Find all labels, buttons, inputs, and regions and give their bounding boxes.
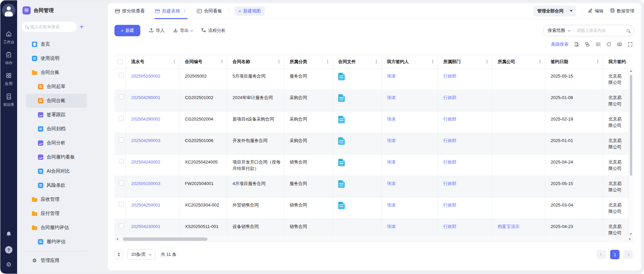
serial-link[interactable]: 202504240002 (131, 159, 160, 165)
contract-file-icon[interactable] (338, 159, 345, 166)
sidebar-add-button[interactable]: + (80, 24, 84, 30)
row-checkbox[interactable] (119, 223, 124, 228)
settings-gear-icon[interactable] (6, 261, 11, 268)
scroll-right-icon[interactable] (629, 238, 631, 240)
row-checkbox[interactable] (119, 137, 124, 142)
fullscreen-icon[interactable] (628, 42, 633, 47)
contract-file-icon[interactable] (338, 94, 345, 102)
column-menu-icon[interactable] (172, 59, 177, 64)
row-checkbox[interactable] (119, 180, 124, 185)
sidebar-item[interactable]: 合同履约看板 (26, 150, 87, 164)
sidebar-item[interactable]: AI合同对比 (26, 164, 87, 178)
rail-item-todo[interactable]: 待办 (5, 51, 12, 65)
signer-link[interactable]: 张涛 (387, 138, 396, 143)
notifications-bell-icon[interactable] (5, 231, 12, 239)
row-checkbox[interactable] (119, 73, 124, 78)
dept-link[interactable]: 行政部 (443, 117, 456, 122)
flow-analysis-button[interactable]: 流程分析 (201, 28, 226, 34)
contract-file-icon[interactable] (338, 180, 345, 188)
signer-link[interactable]: 张涛 (387, 181, 396, 186)
new-view-button[interactable]: + 新建视图 (235, 6, 265, 16)
sidebar-item[interactable]: 首页 (26, 37, 87, 51)
column-menu-icon[interactable] (326, 59, 330, 64)
merge-rows-icon[interactable] (585, 42, 590, 47)
row-checkbox[interactable] (119, 94, 124, 99)
current-page-button[interactable]: 1 (610, 250, 620, 259)
vertical-scrollbar[interactable] (629, 69, 633, 236)
rail-item-apps[interactable]: 应用 (5, 72, 12, 86)
tab-new-table[interactable]: 新建表格 (154, 3, 188, 19)
column-menu-icon[interactable] (277, 59, 281, 64)
search-input[interactable] (577, 28, 624, 33)
sidebar-search-input[interactable] (30, 25, 73, 29)
rail-item-knowledge[interactable]: AI 知识库 (3, 93, 14, 107)
contract-file-icon[interactable] (338, 116, 345, 123)
row-density-button[interactable] (114, 250, 123, 259)
sidebar-item[interactable]: 管理应用 (26, 254, 87, 268)
sidebar-item[interactable]: 使用说明 (26, 51, 87, 65)
page-size-select[interactable]: 20条/页 (127, 249, 155, 260)
serial-link[interactable]: 202504250001 (131, 202, 160, 208)
serial-link[interactable]: 202504230001 (131, 224, 160, 229)
sidebar-item[interactable]: 合同台账 (26, 94, 87, 108)
row-checkbox[interactable] (119, 159, 124, 164)
sidebar-item[interactable]: 合同台账 (26, 65, 87, 80)
manage-scope-button[interactable]: 管理全部合同 (534, 6, 576, 16)
import-button[interactable]: 导入 (149, 28, 164, 34)
sidebar-item[interactable]: 履约评估 (26, 235, 87, 249)
export-file-icon[interactable] (574, 42, 579, 47)
vertical-scroll-thumb[interactable] (630, 75, 632, 176)
sidebar-item[interactable]: 合同履约评估 (26, 221, 87, 235)
serial-link[interactable]: 202504290002 (131, 117, 160, 122)
serial-link[interactable]: 202504290001 (131, 95, 160, 100)
column-menu-icon[interactable] (538, 59, 542, 64)
row-checkbox[interactable] (119, 116, 124, 121)
contract-file-icon[interactable] (338, 73, 345, 80)
tab-contract-board[interactable]: 合同看板 (196, 3, 223, 19)
scroll-down-icon[interactable] (630, 233, 632, 235)
sidebar-item[interactable]: 应付管理 (26, 207, 87, 221)
horizontal-scroll-thumb[interactable] (123, 237, 207, 241)
column-menu-icon[interactable] (485, 59, 489, 64)
search-scope-dropdown[interactable]: 搜索范围 (548, 28, 565, 34)
column-menu-icon[interactable] (220, 59, 224, 64)
serial-link[interactable]: 202504290003 (131, 138, 160, 143)
edit-button[interactable]: 编辑 (588, 8, 603, 14)
sidebar-item[interactable]: 合同起草 (26, 80, 87, 94)
refresh-icon[interactable] (606, 42, 611, 47)
create-button[interactable]: + 新建 (114, 25, 140, 36)
signer-link[interactable]: 张涛 (387, 202, 396, 208)
keyboard-icon[interactable] (617, 42, 622, 47)
signer-link[interactable]: 张涛 (387, 74, 396, 79)
sidebar-item[interactable]: 合同归档 (26, 122, 87, 136)
export-button[interactable]: 导出 (173, 28, 193, 34)
sidebar-item[interactable]: 合同分析 (26, 136, 87, 150)
help-icon[interactable] (5, 246, 12, 254)
tab-group-view[interactable]: 按分组查看 (114, 3, 146, 19)
contract-file-icon[interactable] (338, 137, 345, 145)
scroll-left-icon[interactable] (116, 238, 118, 240)
row-checkbox[interactable] (119, 202, 124, 207)
contract-file-icon[interactable] (338, 202, 345, 209)
sidebar-item[interactable]: 风险条款 (26, 178, 87, 192)
dept-link[interactable]: 行政部 (443, 224, 456, 229)
sidebar-item[interactable]: 签署跟踪 (26, 108, 87, 122)
horizontal-scrollbar[interactable] (114, 236, 633, 242)
dept-link[interactable]: 行政部 (443, 95, 456, 100)
avatar[interactable] (2, 4, 15, 17)
select-all-checkbox[interactable] (117, 59, 122, 64)
signer-link[interactable]: 张涛 (387, 117, 396, 122)
row-height-icon[interactable] (595, 42, 601, 47)
data-manage-button[interactable]: 数据管理 (610, 8, 634, 14)
sidebar-search[interactable] (22, 22, 77, 32)
signer-link[interactable]: 张涛 (387, 95, 396, 100)
dept-link[interactable]: 行政部 (443, 202, 456, 208)
signer-link[interactable]: 张涛 (387, 224, 396, 229)
dept-link[interactable]: 行政部 (443, 159, 456, 165)
column-menu-icon[interactable] (431, 59, 435, 64)
serial-link[interactable]: 202505150002 (131, 74, 160, 79)
prev-page-button[interactable] (597, 250, 606, 259)
scroll-up-icon[interactable] (630, 70, 632, 72)
dept-link[interactable]: 行政部 (443, 181, 456, 186)
column-menu-icon[interactable] (374, 59, 379, 64)
